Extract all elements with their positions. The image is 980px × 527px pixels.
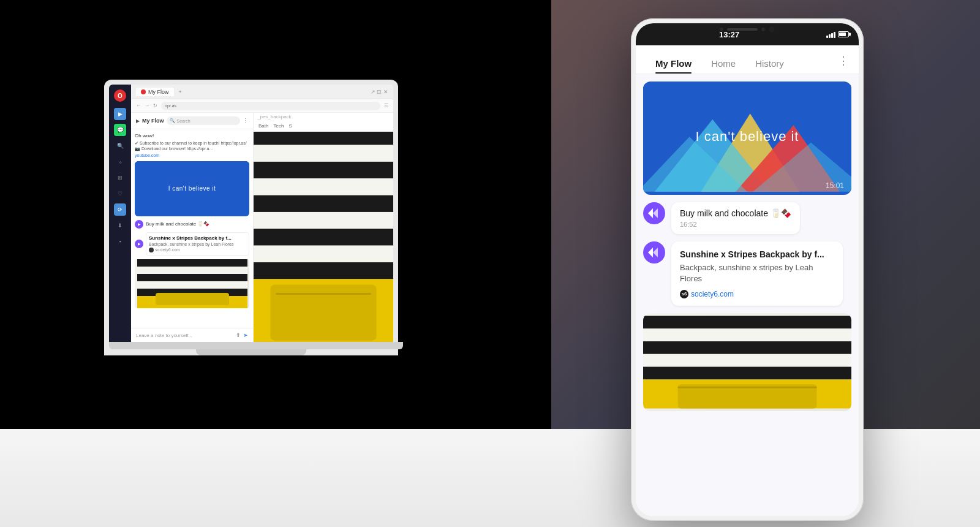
link-card-wrapper: Sunshine x Stripes Backpack by f... Back…: [146, 232, 249, 256]
shopping-tab-bar: Bath Tech S: [254, 121, 393, 132]
myflow-panel: ▶ My Flow 🔍 Search ⋮ Oh wow!: [131, 113, 254, 342]
address-bar-area: ← → ↻ opr.as ☰: [131, 99, 393, 113]
send-icon[interactable]: ➤: [243, 332, 248, 338]
phone-avatar-backpack: [643, 241, 665, 264]
svg-marker-36: [653, 248, 658, 257]
backpack-large-image: [254, 132, 393, 342]
browser-panels: ▶ My Flow 🔍 Search ⋮ Oh wow!: [131, 113, 393, 342]
sidebar-extensions-icon[interactable]: ⊞: [114, 172, 126, 184]
nav-tab-history[interactable]: History: [745, 50, 794, 74]
link-card-desc-laptop: Backpack, sunshine x stripes by Leah Flo…: [149, 242, 246, 246]
upload-icon[interactable]: ⬆: [236, 332, 241, 338]
svg-rect-16: [254, 145, 393, 161]
phone-msg-row-backpack: Sunshine x Stripes Backpack by f... Back…: [643, 241, 851, 306]
phone-bubble-time-milk: 16:52: [680, 221, 791, 228]
nav-tab-home[interactable]: Home: [701, 50, 745, 74]
forward-button[interactable]: →: [145, 103, 149, 108]
svg-rect-42: [643, 366, 851, 379]
shopping-breadcrumb: _pes_backpack: [254, 113, 393, 121]
nav-tab-myflow[interactable]: My Flow: [646, 50, 701, 74]
myflow-search-box[interactable]: 🔍 Search: [167, 116, 241, 125]
back-button[interactable]: ←: [136, 103, 141, 108]
message-item-ohwow: Oh wow! ✔ Subscribe to our channel to ke…: [135, 133, 249, 157]
shopping-panel: _pes_backpack Bath Tech S: [254, 113, 393, 342]
svg-rect-41: [643, 354, 851, 366]
svg-rect-39: [643, 328, 851, 341]
video-card-laptop[interactable]: I can't believe it: [135, 161, 249, 216]
url-input[interactable]: opr.as: [161, 102, 380, 110]
refresh-button[interactable]: ↻: [153, 103, 157, 108]
browser-tab-myflow[interactable]: My Flow: [136, 88, 174, 96]
phone-avatar-milk: [643, 202, 665, 224]
shopping-tab-tech[interactable]: Tech: [273, 123, 284, 129]
phone-top-sensors: [631, 18, 864, 40]
phone-video-card[interactable]: I can't believe it 15:01: [643, 82, 851, 195]
nav-more-button[interactable]: ⋮: [838, 45, 849, 74]
phone: 13:27 My Flow Home: [631, 18, 864, 521]
svg-rect-20: [254, 211, 393, 228]
flow-icon-small: ▶: [136, 118, 140, 124]
svg-rect-21: [254, 229, 393, 245]
sidebar-bookmarks-icon[interactable]: ⬦: [114, 156, 126, 168]
svg-rect-10: [137, 281, 247, 289]
svg-rect-18: [254, 178, 393, 195]
new-tab-button[interactable]: +: [179, 89, 182, 95]
flow-avatar-milk: ▶: [135, 220, 143, 229]
svg-rect-8: [137, 267, 247, 274]
phone-body: 13:27 My Flow Home: [631, 18, 864, 521]
svg-rect-40: [643, 341, 851, 354]
myflow-messages-list: Oh wow! ✔ Subscribe to our channel to ke…: [131, 129, 253, 328]
shopping-tab-bath[interactable]: Bath: [258, 123, 268, 129]
url-text: opr.as: [165, 104, 176, 108]
message-item-milk: ▶ Buy milk and chocolate 🥛🍫: [135, 220, 249, 229]
phone-link-domain: s6 society6.com: [680, 290, 834, 298]
svg-marker-35: [648, 248, 653, 257]
browser-menu-button[interactable]: ☰: [384, 103, 388, 108]
svg-rect-38: [643, 316, 851, 328]
flow-icon-avatar-2: [648, 248, 660, 257]
phone-front-camera: [769, 26, 775, 32]
sidebar-search-icon[interactable]: 🔍: [114, 140, 126, 152]
message-subtext: ✔ Subscribe to our channel to keep in to…: [135, 140, 249, 151]
myflow-settings-icon[interactable]: ⋮: [243, 118, 248, 124]
domain-text-laptop: society6.com: [155, 248, 180, 252]
myflow-panel-title: My Flow: [142, 118, 164, 124]
shopping-tab-s[interactable]: S: [288, 123, 292, 129]
sidebar-heart-icon[interactable]: ♡: [114, 188, 126, 200]
phone-msg-row-milk: Buy milk and chocolate 🥛🍫 16:52: [643, 202, 851, 234]
phone-content-area: I can't believe it 15:01: [636, 74, 859, 516]
myflow-panel-header: ▶ My Flow 🔍 Search ⋮: [131, 113, 253, 129]
search-placeholder: Search: [177, 119, 190, 123]
sidebar-wallet-icon[interactable]: ▪: [114, 235, 126, 248]
sidebar-whatsapp-icon[interactable]: 💬: [114, 124, 126, 136]
flow-avatar-backpack: ▶: [135, 240, 143, 248]
message-link-youtube[interactable]: youtube.com: [135, 153, 249, 157]
laptop-stand: [196, 349, 306, 355]
tab-label: My Flow: [148, 89, 169, 95]
opera-sidebar: O ▶ 💬 🔍 ⬦ ⊞ ♡ ⟳ ⬇ ▪: [109, 85, 131, 342]
sidebar-synced-icon[interactable]: ⟳: [114, 203, 126, 216]
video-cant-believe-laptop: I can't believe it: [135, 161, 249, 216]
myflow-input-placeholder[interactable]: Leave a note to yourself...: [136, 333, 233, 338]
phone-backpack-image: [643, 313, 851, 411]
phone-link-card[interactable]: Sunshine x Stripes Backpack by f... Back…: [671, 241, 843, 306]
svg-rect-23: [254, 262, 393, 279]
svg-rect-17: [254, 161, 393, 178]
message-text-ohwow: Oh wow!: [135, 133, 249, 139]
svg-rect-7: [137, 259, 247, 267]
laptop-screen: O ▶ 💬 🔍 ⬦ ⊞ ♡ ⟳ ⬇ ▪ My Flow +: [109, 85, 393, 342]
sidebar-download-icon[interactable]: ⬇: [114, 219, 126, 232]
message-text-milk: Buy milk and chocolate 🥛🍫: [146, 221, 210, 227]
opera-logo-icon: O: [114, 89, 126, 102]
svg-marker-34: [653, 208, 658, 218]
phone-screen: 13:27 My Flow Home: [636, 23, 859, 516]
link-card-laptop[interactable]: Sunshine x Stripes Backpack by f... Back…: [146, 232, 249, 256]
domain-text-phone: society6.com: [691, 290, 734, 298]
svg-rect-13: [156, 293, 229, 305]
svg-marker-33: [648, 208, 653, 218]
sidebar-flow-icon[interactable]: ▶: [114, 108, 126, 120]
phone-speaker-grille: [727, 28, 758, 31]
phone-link-title: Sunshine x Stripes Backpack by f...: [680, 249, 834, 260]
phone-bubble-text-milk: Buy milk and chocolate 🥛🍫: [680, 208, 791, 218]
domain-icon-phone: s6: [680, 290, 688, 298]
